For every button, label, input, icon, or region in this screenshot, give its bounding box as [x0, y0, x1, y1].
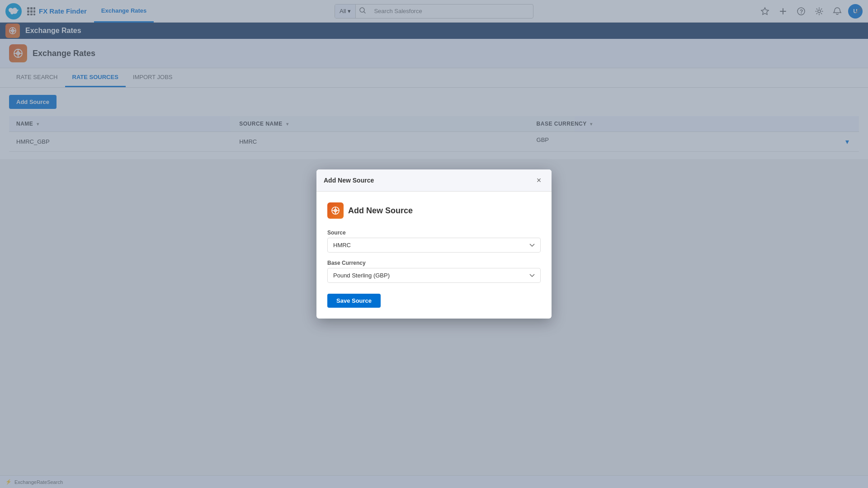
base-currency-form-group: Base Currency Pound Sterling (GBP)US Dol… [327, 260, 541, 283]
save-source-button[interactable]: Save Source [327, 294, 381, 308]
base-currency-select[interactable]: Pound Sterling (GBP)US Dollar (USD)Euro … [327, 268, 541, 283]
source-label: Source [327, 230, 541, 236]
source-form-group: Source HMRCECBFIXEROPEN_EXCHANGE [327, 230, 541, 253]
modal-overlay: Add New Source × Add New Source Source [0, 0, 868, 488]
modal-body: Add New Source Source HMRCECBFIXEROPEN_E… [316, 192, 552, 319]
modal-title-row: Add New Source [327, 202, 541, 219]
modal-header: Add New Source × [316, 169, 552, 192]
source-select[interactable]: HMRCECBFIXEROPEN_EXCHANGE [327, 238, 541, 253]
modal-close-button[interactable]: × [533, 175, 544, 186]
base-currency-label: Base Currency [327, 260, 541, 266]
add-new-source-modal: Add New Source × Add New Source Source [316, 169, 552, 319]
modal-header-title: Add New Source [324, 177, 374, 184]
modal-icon [327, 202, 344, 219]
modal-title: Add New Source [348, 206, 413, 216]
